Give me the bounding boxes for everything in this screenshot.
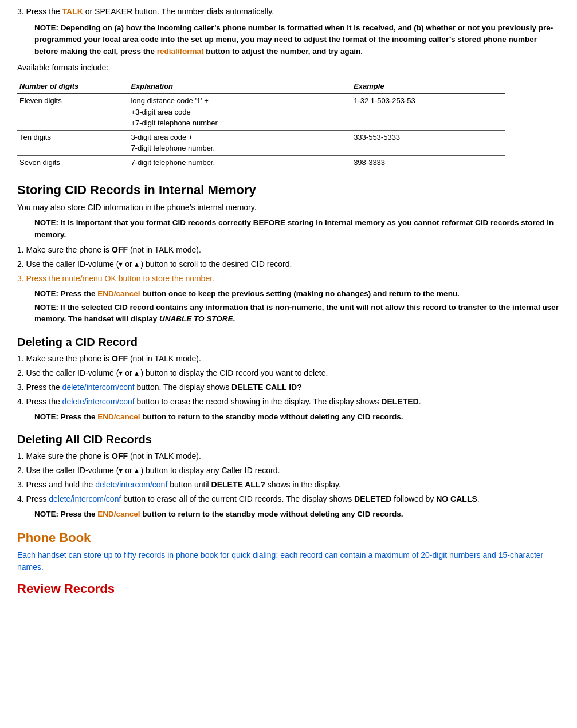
deleting-all-note-text: NOTE: Press the END/cancel button to ret… — [34, 509, 560, 520]
table-row: Seven digits 7-digit telephone number. 3… — [17, 155, 505, 169]
expl-seven: 7-digit telephone number. — [128, 155, 351, 169]
talk-label: TALK — [62, 7, 83, 16]
storing-step1: 1. Make sure the phone is OFF (not in TA… — [17, 244, 560, 256]
expl-ten: 3-digit area code + 7-digit telephone nu… — [128, 130, 351, 155]
table-header-explanation: Explanation — [128, 80, 351, 94]
storing-note: NOTE: It is important that you format CI… — [34, 217, 560, 241]
storing-step3: 3. Press the mute/menu OK button to stor… — [17, 273, 560, 285]
digits-seven: Seven digits — [17, 155, 128, 169]
digits-ten: Ten digits — [17, 130, 128, 155]
storing-note2-text: NOTE: Press the END/cancel button once t… — [34, 288, 560, 300]
table-header-example: Example — [351, 80, 505, 94]
deleting-note: NOTE: Press the END/cancel button to ret… — [34, 411, 560, 423]
deleting-all-step4: 4. Press delete/intercom/conf button to … — [17, 493, 560, 505]
deleting-all-note: NOTE: Press the END/cancel button to ret… — [34, 509, 560, 520]
off-label: OFF — [112, 245, 128, 254]
deleting-step3: 3. Press the delete/intercom/conf button… — [17, 381, 560, 393]
expl-eleven: long distance code '1' + +3-digit area c… — [128, 93, 351, 130]
review-records-heading: Review Records — [17, 579, 560, 598]
ex-eleven: 1-32 1-503-253-53 — [351, 93, 505, 130]
storing-intro: You may also store CID information in th… — [17, 202, 560, 214]
avail-formats: Available formats include: — [17, 62, 560, 74]
deleting-note-text: NOTE: Press the END/cancel button to ret… — [34, 411, 560, 423]
deleting-all-heading: Deleting All CID Records — [17, 431, 560, 448]
intro-step3: 3. Press the TALK or SPEAKER button. The… — [17, 6, 560, 18]
storing-step2: 2. Use the caller ID-volume (▾ or ▴ ) bu… — [17, 258, 560, 270]
deleting-step1: 1. Make sure the phone is OFF (not in TA… — [17, 353, 560, 365]
deleting-all-step3: 3. Press and hold the delete/intercom/co… — [17, 479, 560, 491]
formats-table: Number of digits Explanation Example Ele… — [17, 80, 505, 170]
step3-rest: or SPEAKER button. The number dials auto… — [83, 7, 274, 16]
phone-book-intro: Each handset can store up to fifty recor… — [17, 549, 560, 573]
table-row: Eleven digits long distance code '1' + +… — [17, 93, 505, 130]
deleting-step2: 2. Use the caller ID-volume (▾ or ▴ ) bu… — [17, 367, 560, 379]
digits-eleven: Eleven digits — [17, 93, 128, 130]
storing-note3-text: NOTE: If the selected CID record contain… — [34, 302, 560, 325]
deleting-all-step2: 2. Use the caller ID-volume (▾ or ▴ ) bu… — [17, 465, 560, 477]
step3-prefix: 3. Press the — [17, 7, 62, 16]
phone-book-heading: Phone Book — [17, 528, 560, 547]
ex-ten: 333-553-5333 — [351, 130, 505, 155]
storing-note2: NOTE: Press the END/cancel button once t… — [34, 288, 560, 325]
deleting-all-step1: 1. Make sure the phone is OFF (not in TA… — [17, 450, 560, 462]
ex-seven: 398-3333 — [351, 155, 505, 169]
table-header-digits: Number of digits — [17, 80, 128, 94]
note-block-1: NOTE: Depending on (a) how the incoming … — [34, 22, 560, 57]
storing-note-text: NOTE: It is important that you format CI… — [34, 217, 560, 241]
note1-rest: button to adjust the number, and try aga… — [204, 47, 363, 56]
table-row: Ten digits 3-digit area code + 7-digit t… — [17, 130, 505, 155]
redial-label: redial/format — [157, 47, 204, 56]
storing-heading: Storing CID Records in Internal Memory — [17, 180, 560, 199]
deleting-step4: 4. Press the delete/intercom/conf button… — [17, 396, 560, 408]
deleting-heading: Deleting a CID Record — [17, 333, 560, 351]
